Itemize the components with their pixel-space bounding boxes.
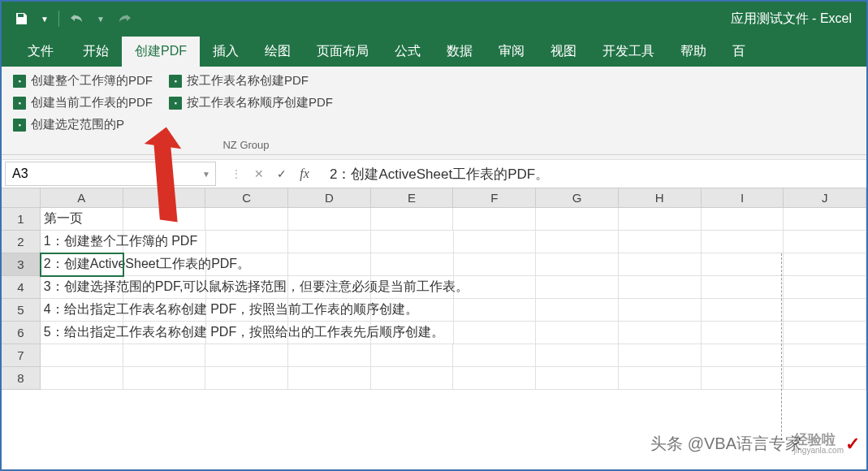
tab-home[interactable]: 开始 <box>70 37 122 67</box>
cell[interactable] <box>371 231 454 253</box>
cell[interactable] <box>536 367 619 390</box>
col-header-J[interactable]: J <box>784 188 866 208</box>
cell[interactable] <box>205 344 288 367</box>
cell[interactable] <box>41 367 123 390</box>
cell-A3[interactable]: 2：创建ActiveSheet工作表的PDF。 <box>41 253 123 276</box>
cell[interactable] <box>619 322 702 344</box>
cell[interactable] <box>371 344 454 367</box>
col-header-C[interactable]: C <box>205 188 288 208</box>
cell[interactable] <box>784 208 866 231</box>
formula-input[interactable]: 2：创建ActiveSheet工作表的PDF。 <box>322 165 866 184</box>
tab-formula[interactable]: 公式 <box>382 37 434 67</box>
cell[interactable] <box>702 322 784 344</box>
cell[interactable] <box>702 276 784 299</box>
cell[interactable] <box>454 231 537 253</box>
cell[interactable] <box>702 344 784 367</box>
row-header-8[interactable]: 8 <box>2 367 41 390</box>
cell[interactable] <box>454 253 537 276</box>
cell[interactable] <box>371 367 454 390</box>
cell[interactable] <box>784 253 866 276</box>
col-header-D[interactable]: D <box>288 188 371 208</box>
cell[interactable] <box>371 253 454 276</box>
cell[interactable] <box>784 344 866 367</box>
cell[interactable] <box>536 208 619 231</box>
cell[interactable] <box>702 231 784 253</box>
row-header-5[interactable]: 5 <box>2 299 41 322</box>
cell-A2[interactable]: 1：创建整个工作簿的 PDF <box>41 231 123 253</box>
col-header-A[interactable]: A <box>41 188 123 208</box>
cell[interactable] <box>784 299 866 322</box>
cell[interactable] <box>123 208 206 231</box>
tab-createpdf[interactable]: 创建PDF <box>122 37 200 67</box>
create-by-sheetname-pdf-button[interactable]: ▪ 按工作表名称创建PDF <box>166 71 312 90</box>
cell[interactable] <box>536 253 619 276</box>
qat-dropdown-icon[interactable]: ▼ <box>36 15 54 24</box>
row-header-2[interactable]: 2 <box>2 231 41 253</box>
col-header-G[interactable]: G <box>536 188 619 208</box>
cell[interactable] <box>619 367 702 390</box>
cell[interactable] <box>288 208 371 231</box>
col-header-B[interactable]: B <box>123 188 206 208</box>
create-selection-pdf-button[interactable]: ▪ 创建选定范围的P <box>10 115 127 134</box>
col-header-H[interactable]: H <box>619 188 702 208</box>
create-workbook-pdf-button[interactable]: ▪ 创建整个工作簿的PDF <box>10 71 156 90</box>
select-all-corner[interactable] <box>2 188 41 208</box>
row-header-1[interactable]: 1 <box>2 208 41 231</box>
tab-file[interactable]: 文件 <box>11 37 70 67</box>
cell[interactable] <box>702 208 784 231</box>
cell-A5[interactable]: 4：给出指定工作表名称创建 PDF，按照当前工作表的顺序创建。 <box>41 299 123 322</box>
tab-baidu[interactable]: 百 <box>719 37 758 67</box>
tab-insert[interactable]: 插入 <box>200 37 252 67</box>
cell[interactable] <box>702 253 784 276</box>
cell[interactable] <box>453 367 536 390</box>
cell[interactable] <box>536 231 619 253</box>
cell[interactable] <box>784 367 866 390</box>
cell[interactable] <box>536 299 619 322</box>
tab-help[interactable]: 帮助 <box>667 37 719 67</box>
cell[interactable] <box>205 367 288 390</box>
cell-A1[interactable]: 第一页 <box>41 208 123 231</box>
cell[interactable] <box>453 208 536 231</box>
name-box[interactable]: A3 ▼ <box>5 162 216 186</box>
cell[interactable] <box>371 208 454 231</box>
create-by-order-pdf-button[interactable]: ▪ 按工作表名称顺序创建PDF <box>166 93 336 112</box>
tab-review[interactable]: 审阅 <box>486 37 538 67</box>
col-header-E[interactable]: E <box>371 188 454 208</box>
redo-button[interactable] <box>111 7 137 30</box>
save-button[interactable] <box>8 7 34 30</box>
col-header-F[interactable]: F <box>453 188 536 208</box>
cell[interactable] <box>41 344 123 367</box>
dropdown-icon[interactable]: ▼ <box>202 170 210 179</box>
row-header-7[interactable]: 7 <box>2 344 41 367</box>
cell[interactable] <box>619 276 702 299</box>
row-header-3[interactable]: 3 <box>2 253 41 276</box>
cell[interactable] <box>536 276 619 299</box>
tab-view[interactable]: 视图 <box>538 37 589 67</box>
cell[interactable] <box>619 208 702 231</box>
cell[interactable] <box>784 322 866 344</box>
cell[interactable] <box>288 344 371 367</box>
cell[interactable] <box>205 208 288 231</box>
cell[interactable] <box>536 344 619 367</box>
cell[interactable] <box>123 344 206 367</box>
cell[interactable] <box>702 367 784 390</box>
cell-A6[interactable]: 5：给出指定工作表名称创建 PDF，按照给出的工作表先后顺序创建。 <box>41 322 123 344</box>
cell[interactable] <box>619 231 702 253</box>
cell[interactable] <box>784 231 866 253</box>
cell[interactable] <box>454 299 537 322</box>
tab-dev[interactable]: 开发工具 <box>589 37 667 67</box>
cell[interactable] <box>702 299 784 322</box>
tab-draw[interactable]: 绘图 <box>252 37 304 67</box>
col-header-I[interactable]: I <box>702 188 784 208</box>
fx-icon[interactable]: fx <box>294 163 315 184</box>
cell[interactable] <box>288 231 371 253</box>
cell[interactable] <box>619 253 702 276</box>
cell[interactable] <box>453 344 536 367</box>
create-current-sheet-pdf-button[interactable]: ▪ 创建当前工作表的PDF <box>10 93 156 112</box>
cancel-icon[interactable]: ✕ <box>248 163 270 184</box>
cell[interactable] <box>784 276 866 299</box>
row-header-4[interactable]: 4 <box>2 276 41 299</box>
row-header-6[interactable]: 6 <box>2 322 41 344</box>
formula-dropdown-icon[interactable]: ⋮ <box>226 163 247 184</box>
undo-button[interactable] <box>64 7 90 30</box>
